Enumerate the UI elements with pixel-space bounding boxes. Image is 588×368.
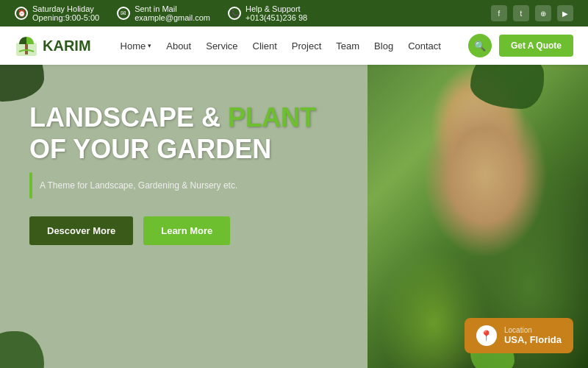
- hero-title-part1: LANDSCAPE &: [29, 102, 228, 132]
- location-badge: 📍 Location USA, Florida: [465, 318, 573, 353]
- navbar: KARIM Home ▾ About Service Client Projec…: [0, 26, 588, 65]
- topbar-support-label: Help & Support: [245, 4, 307, 13]
- hero-title: LANDSCAPE & PLANT OF YOUR GARDEN: [29, 102, 316, 165]
- nav-about[interactable]: About: [166, 40, 191, 52]
- hero-subtitle: A Theme for Landscape, Gardening & Nurse…: [40, 179, 237, 192]
- globe-icon[interactable]: ⊕: [535, 5, 551, 21]
- nav-contact[interactable]: Contact: [408, 40, 441, 52]
- clock-icon: ⏰: [15, 7, 28, 20]
- topbar-email: ✉ Sent in Mail example@gmail.com: [117, 4, 210, 22]
- search-icon: 🔍: [474, 40, 486, 52]
- nav-service[interactable]: Service: [206, 40, 237, 52]
- youtube-icon[interactable]: ▶: [557, 5, 573, 21]
- topbar-phone-value: +013(451)236 98: [245, 13, 307, 22]
- learn-more-button[interactable]: Learn More: [143, 216, 230, 245]
- main-nav: Home ▾ About Service Client Project Team…: [121, 40, 441, 52]
- search-button[interactable]: 🔍: [468, 34, 492, 57]
- nav-team[interactable]: Team: [336, 40, 359, 52]
- nav-project[interactable]: Project: [292, 40, 321, 52]
- topbar: ⏰ Saturday Holiday Opening:9:00-5:00 ✉ S…: [0, 0, 588, 26]
- location-label: Location: [504, 326, 562, 334]
- hero-buttons: Descover More Learn More: [29, 216, 316, 245]
- topbar-hours: ⏰ Saturday Holiday Opening:9:00-5:00: [15, 4, 99, 22]
- hero-subtitle-container: A Theme for Landscape, Gardening & Nurse…: [29, 172, 316, 199]
- discover-more-button[interactable]: Descover More: [29, 216, 133, 245]
- topbar-email-value: example@gmail.com: [135, 13, 210, 22]
- logo[interactable]: KARIM: [15, 34, 91, 57]
- twitter-icon[interactable]: t: [513, 5, 529, 21]
- topbar-holiday-label: Saturday Holiday: [32, 4, 99, 13]
- hero-title-highlight: PLANT: [228, 102, 316, 132]
- nav-blog[interactable]: Blog: [374, 40, 393, 52]
- hero-accent-bar: [29, 172, 32, 199]
- phone-icon: 📞: [228, 7, 241, 20]
- hero-content: LANDSCAPE & PLANT OF YOUR GARDEN A Theme…: [29, 102, 316, 245]
- social-links: f t ⊕ ▶: [491, 5, 573, 21]
- nav-home[interactable]: Home ▾: [121, 40, 152, 52]
- chevron-down-icon: ▾: [148, 42, 151, 49]
- topbar-hours-value: Opening:9:00-5:00: [32, 13, 99, 22]
- location-pin-icon: 📍: [476, 325, 497, 346]
- quote-button[interactable]: Get A Quote: [499, 35, 573, 57]
- logo-icon: [15, 34, 38, 57]
- facebook-icon[interactable]: f: [491, 5, 507, 21]
- topbar-mail-label: Sent in Mail: [135, 4, 210, 13]
- logo-text: KARIM: [43, 38, 91, 54]
- hero-title-part2: OF YOUR GARDEN: [29, 134, 271, 164]
- hero-section: LANDSCAPE & PLANT OF YOUR GARDEN A Theme…: [0, 65, 588, 368]
- topbar-support: 📞 Help & Support +013(451)236 98: [228, 4, 307, 22]
- mail-icon: ✉: [117, 7, 130, 20]
- location-value: USA, Florida: [504, 334, 562, 345]
- nav-client[interactable]: Client: [253, 40, 277, 52]
